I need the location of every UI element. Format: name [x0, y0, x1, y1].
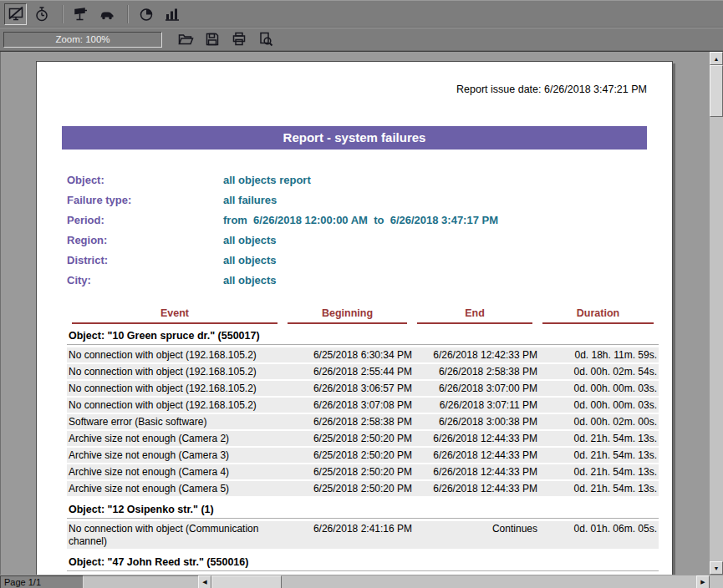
table-cell: 0d. 00h. 02m. 54s.	[537, 366, 659, 378]
table-cell: No connection with object (Communication…	[67, 523, 283, 548]
car-icon	[99, 6, 115, 23]
table-cell: No connection with object (192.168.105.2…	[67, 383, 283, 395]
page-indicator: Page 1/1	[0, 575, 84, 588]
meta-value: all failures	[223, 190, 277, 210]
table-row: No connection with object (192.168.105.2…	[67, 364, 659, 379]
table-cell: 6/25/2018 2:50:20 PM	[283, 449, 412, 462]
table-cell: Archive size not enough (Camera 5)	[67, 483, 283, 495]
table-row: No connection with object (Communication…	[67, 521, 659, 549]
table-row: Archive size not enough (Camera 2)6/25/2…	[67, 431, 659, 446]
magnifier-icon	[257, 31, 274, 48]
table-cell: Archive size not enough (Camera 3)	[67, 449, 283, 462]
meta-value: all objects	[223, 271, 277, 291]
table-row: Archive size not enough (Camera 3)6/25/2…	[67, 448, 659, 463]
meta-label: Region:	[67, 231, 223, 251]
folder-icon	[177, 31, 194, 48]
meta-row: City:all objects	[67, 271, 672, 291]
group-title: Object: "10 Green spruce dr." (550017)	[67, 324, 659, 345]
open-button[interactable]	[174, 30, 196, 49]
table-cell: 6/25/2018 6:30:34 PM	[283, 349, 412, 362]
meta-label: City:	[67, 271, 223, 291]
table-cell: 0d. 18h. 11m. 59s.	[537, 349, 659, 362]
main-toolbar	[0, 0, 723, 28]
status-bar: Page 1/1 ◀ ▶	[0, 575, 723, 588]
vertical-scrollbar[interactable]: ▲ ▼	[710, 52, 723, 575]
vertical-scroll-thumb[interactable]	[710, 65, 723, 117]
left-arrow-icon: ◀	[202, 579, 206, 585]
table-cell: 0d. 00h. 02m. 00s.	[537, 416, 659, 428]
meta-label: Object:	[67, 170, 223, 190]
scrollbar-gap	[84, 575, 198, 588]
table-cell: 6/26/2018 3:07:08 PM	[283, 399, 412, 412]
down-arrow-icon: ▼	[714, 565, 720, 571]
toolbar-separator	[62, 5, 64, 23]
pie-chart-report-button[interactable]	[135, 3, 157, 25]
meta-value: from 6/26/2018 12:00:00 AM to 6/26/2018 …	[223, 210, 498, 231]
toolbar-separator	[127, 5, 129, 23]
meta-row: Region:all objects	[67, 231, 672, 251]
report-title-banner: Report - system failures	[62, 126, 647, 150]
table-cell: 0d. 21h. 54m. 13s.	[537, 433, 659, 445]
scroll-down-button[interactable]: ▼	[710, 561, 723, 575]
table-row: Archive size not enough (Camera 5)6/25/2…	[67, 481, 659, 496]
search-button[interactable]	[254, 30, 277, 49]
save-icon	[204, 31, 221, 48]
meta-value: all objects	[223, 251, 277, 271]
print-button[interactable]	[227, 30, 250, 49]
bar-chart-icon	[164, 6, 181, 23]
time-report-button[interactable]	[30, 3, 53, 25]
table-cell: 6/26/2018 2:55:44 PM	[283, 366, 412, 378]
group-title: Object: "47 John Reed str." (550016)	[67, 550, 659, 571]
table-row: Archive size not enough (Camera 4)6/25/2…	[67, 464, 659, 479]
table-cell: 6/26/2018 3:07:00 PM	[412, 383, 537, 395]
table-cell: 6/26/2018 3:07:11 PM	[412, 399, 537, 412]
meta-label: Period:	[67, 210, 223, 231]
report-table-body: Object: "10 Green spruce dr." (550017)No…	[67, 324, 659, 571]
scroll-up-button[interactable]: ▲	[710, 52, 723, 65]
table-cell: 0d. 00h. 00m. 03s.	[537, 383, 659, 395]
vertical-scroll-track[interactable]	[710, 65, 723, 561]
vehicle-report-button[interactable]	[95, 3, 118, 25]
meta-value: all objects	[223, 231, 277, 251]
preview-area: Report issue date: 6/26/2018 3:47:21 PM …	[0, 51, 723, 575]
pie-chart-icon	[138, 6, 155, 23]
horizontal-scroll-thumb[interactable]	[211, 575, 282, 588]
table-cell: 6/25/2018 2:50:20 PM	[283, 466, 412, 479]
meta-label: District:	[67, 251, 223, 271]
meta-row: Period:from 6/26/2018 12:00:00 AM to 6/2…	[67, 210, 672, 231]
horizontal-scroll-track[interactable]	[211, 575, 696, 588]
table-cell: 6/26/2018 3:06:57 PM	[283, 383, 412, 395]
camera-report-button[interactable]	[69, 3, 92, 25]
save-button[interactable]	[201, 30, 223, 49]
table-cell: 6/26/2018 2:41:16 PM	[283, 523, 412, 535]
right-arrow-icon: ▶	[700, 579, 705, 585]
report-window: Zoom: 100%	[0, 0, 723, 588]
system-failures-report-button[interactable]	[4, 3, 27, 25]
stopwatch-icon	[33, 6, 50, 23]
table-cell: 6/26/2018 2:58:38 PM	[283, 416, 412, 428]
meta-value: all objects report	[223, 170, 311, 190]
table-cell: 0d. 21h. 54m. 13s.	[537, 483, 659, 495]
table-cell: 0d. 21h. 54m. 13s.	[537, 466, 659, 479]
table-cell: 6/26/2018 12:44:33 PM	[412, 433, 537, 445]
table-header-row: Event Beginning End Duration	[67, 307, 659, 324]
table-cell: 6/26/2018 12:44:33 PM	[412, 466, 537, 479]
table-cell: Software error (Basic software)	[67, 416, 283, 428]
camera-icon	[73, 6, 89, 23]
horizontal-scrollbar[interactable]: ◀ ▶	[198, 575, 710, 588]
bar-chart-report-button[interactable]	[160, 3, 183, 25]
scroll-right-button[interactable]: ▶	[696, 575, 710, 588]
file-actions-group	[174, 30, 281, 49]
column-header-event: Event	[72, 307, 277, 324]
group-title: Object: "12 Osipenko str." (1)	[67, 498, 659, 519]
table-cell: 6/25/2018 2:50:20 PM	[283, 483, 412, 495]
table-row: Software error (Basic software)6/26/2018…	[67, 414, 659, 429]
table-cell: 6/26/2018 12:44:33 PM	[412, 483, 537, 495]
preview-canvas: Report issue date: 6/26/2018 3:47:21 PM …	[0, 52, 710, 575]
table-cell: 6/26/2018 12:44:33 PM	[412, 449, 537, 462]
scroll-left-button[interactable]: ◀	[198, 575, 211, 588]
up-arrow-icon: ▲	[714, 56, 720, 62]
printer-icon	[231, 31, 247, 48]
table-cell: Archive size not enough (Camera 4)	[67, 466, 283, 479]
table-cell: Continues	[412, 523, 537, 535]
